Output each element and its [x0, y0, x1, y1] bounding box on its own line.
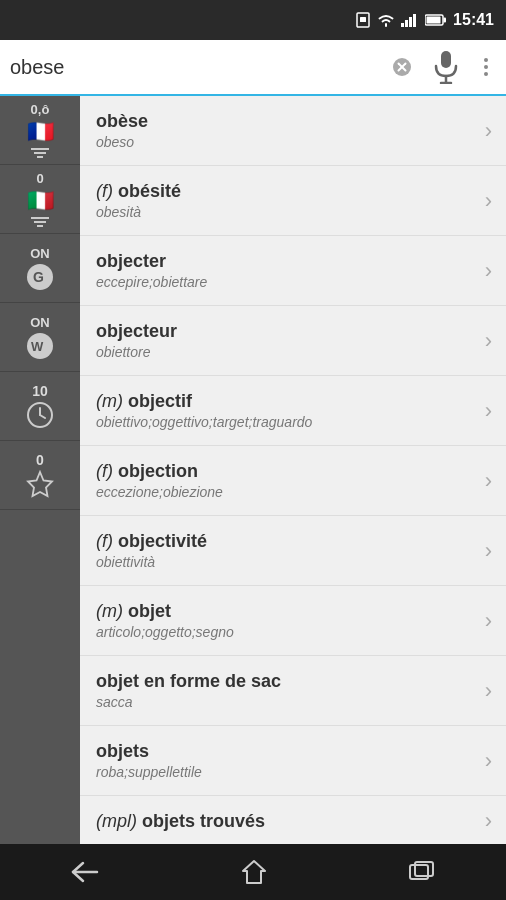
- result-subtitle-objectivite: obiettività: [96, 554, 477, 570]
- result-subtitle-objecteur: obiettore: [96, 344, 477, 360]
- svg-marker-30: [243, 861, 265, 883]
- result-text-objets: objets roba;suppellettile: [96, 741, 477, 780]
- svg-line-27: [40, 415, 45, 418]
- main-content: 0,ô 🇫🇷 0 🇮🇹: [0, 96, 506, 844]
- result-subtitle-obese: obeso: [96, 134, 477, 150]
- sidebar-item-google-inner: ON G: [26, 246, 54, 291]
- status-time: 15:41: [453, 11, 494, 29]
- result-title-objets-trouves: (mpl) objets trouvés: [96, 811, 477, 832]
- result-title-obese: obèse: [96, 111, 477, 132]
- result-item-objectivite[interactable]: (f) objectivité obiettività ›: [80, 516, 506, 586]
- sidebar: 0,ô 🇫🇷 0 🇮🇹: [0, 96, 80, 844]
- result-title-objecteur: objecteur: [96, 321, 477, 342]
- result-title-objecter: objecter: [96, 251, 477, 272]
- clear-icon: [392, 57, 412, 77]
- result-item-obesite[interactable]: (f) obésité obesità ›: [80, 166, 506, 236]
- signal-icon: [401, 13, 419, 27]
- wiki-on-label: ON: [30, 315, 50, 330]
- result-item-objecter[interactable]: objecter eccepire;obiettare ›: [80, 236, 506, 306]
- star-icon: [26, 470, 54, 498]
- svg-marker-28: [28, 472, 52, 496]
- result-text-objecter: objecter eccepire;obiettare: [96, 251, 477, 290]
- home-button[interactable]: [221, 851, 287, 893]
- google-on-label: ON: [30, 246, 50, 261]
- result-arrow-objets-trouves: ›: [485, 808, 492, 834]
- svg-rect-5: [413, 14, 416, 27]
- result-text-objet-sac: objet en forme de sac sacca: [96, 671, 477, 710]
- sidebar-item-favorites[interactable]: 0: [0, 441, 80, 510]
- sidebar-item-french[interactable]: 0,ô 🇫🇷: [0, 96, 80, 165]
- battery-icon: [425, 14, 447, 26]
- result-item-objection[interactable]: (f) objection eccezione;obiezione ›: [80, 446, 506, 516]
- sidebar-item-google[interactable]: ON G: [0, 234, 80, 303]
- sidebar-item-italian-inner: 0 🇮🇹: [27, 171, 54, 228]
- results-list: obèse obeso › (f) obésité obesità › obje…: [80, 96, 506, 844]
- recent-apps-button[interactable]: [389, 853, 455, 891]
- home-icon: [241, 859, 267, 885]
- result-item-obese[interactable]: obèse obeso ›: [80, 96, 506, 166]
- svg-rect-12: [441, 51, 451, 68]
- result-arrow-objection: ›: [485, 468, 492, 494]
- result-text-obesite: (f) obésité obesità: [96, 181, 477, 220]
- history-count-label: 10: [32, 383, 48, 399]
- sidebar-item-italian[interactable]: 0 🇮🇹: [0, 165, 80, 234]
- history-clock-icon: [26, 401, 54, 429]
- settings-lines-icon: [31, 147, 49, 159]
- result-title-objection: (f) objection: [96, 461, 477, 482]
- search-input[interactable]: [10, 56, 380, 79]
- svg-rect-7: [444, 18, 447, 23]
- result-subtitle-objets: roba;suppellettile: [96, 764, 477, 780]
- bottom-nav: [0, 844, 506, 900]
- result-arrow-objets: ›: [485, 748, 492, 774]
- status-icons: 15:41: [355, 11, 494, 29]
- result-title-objectif: (m) objectif: [96, 391, 477, 412]
- result-subtitle-objecter: eccepire;obiettare: [96, 274, 477, 290]
- menu-dot-3: [484, 72, 488, 76]
- wikipedia-icon: W: [26, 332, 54, 360]
- result-arrow-objectivite: ›: [485, 538, 492, 564]
- result-title-objet: (m) objet: [96, 601, 477, 622]
- result-text-objectivite: (f) objectivité obiettività: [96, 531, 477, 570]
- result-item-objet[interactable]: (m) objet articolo;oggetto;segno ›: [80, 586, 506, 656]
- favorites-count-label: 0: [36, 452, 44, 468]
- mic-button[interactable]: [424, 46, 468, 88]
- result-arrow-obese: ›: [485, 118, 492, 144]
- sidebar-item-wiki-inner: ON W: [26, 315, 54, 360]
- svg-text:G: G: [33, 269, 44, 285]
- wifi-icon: [377, 13, 395, 27]
- sidebar-item-history-inner: 10: [26, 383, 54, 429]
- result-text-obese: obèse obeso: [96, 111, 477, 150]
- result-arrow-objecter: ›: [485, 258, 492, 284]
- menu-dot-1: [484, 58, 488, 62]
- result-subtitle-objection: eccezione;obiezione: [96, 484, 477, 500]
- back-button[interactable]: [51, 853, 119, 891]
- result-subtitle-obesite: obesità: [96, 204, 477, 220]
- menu-dot-2: [484, 65, 488, 69]
- svg-text:W: W: [31, 339, 44, 354]
- status-bar: 15:41: [0, 0, 506, 40]
- svg-rect-1: [360, 17, 366, 22]
- google-icon: G: [26, 263, 54, 291]
- result-item-objets-trouves[interactable]: (mpl) objets trouvés ›: [80, 796, 506, 844]
- result-title-objets: objets: [96, 741, 477, 762]
- result-arrow-obesite: ›: [485, 188, 492, 214]
- svg-rect-8: [427, 17, 441, 24]
- sim-icon: [355, 12, 371, 28]
- result-item-objectif[interactable]: (m) objectif obiettivo;oggettivo;target;…: [80, 376, 506, 446]
- back-icon: [71, 861, 99, 883]
- search-clear-button[interactable]: [388, 53, 416, 81]
- result-item-objet-sac[interactable]: objet en forme de sac sacca ›: [80, 656, 506, 726]
- result-subtitle-objet: articolo;oggetto;segno: [96, 624, 477, 640]
- overflow-menu-button[interactable]: [476, 54, 496, 80]
- result-item-objets[interactable]: objets roba;suppellettile ›: [80, 726, 506, 796]
- result-item-objecteur[interactable]: objecteur obiettore ›: [80, 306, 506, 376]
- result-arrow-objecteur: ›: [485, 328, 492, 354]
- french-flag-icon: 🇫🇷: [27, 119, 54, 145]
- result-title-objectivite: (f) objectivité: [96, 531, 477, 552]
- sidebar-item-history[interactable]: 10: [0, 372, 80, 441]
- svg-rect-2: [401, 23, 404, 27]
- sidebar-item-wiki[interactable]: ON W: [0, 303, 80, 372]
- settings-lines-icon-2: [31, 216, 49, 228]
- sidebar-item-french-inner: 0,ô 🇫🇷: [27, 102, 54, 159]
- result-text-objets-trouves: (mpl) objets trouvés: [96, 811, 477, 832]
